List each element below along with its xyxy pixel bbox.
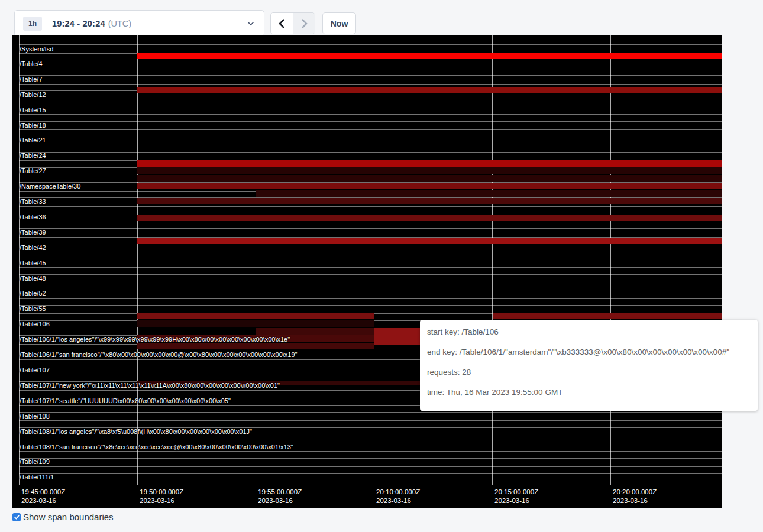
grid-line-h [19, 145, 722, 145]
tick-date: 2023-03-16 [376, 497, 420, 505]
grid-line-h [19, 305, 722, 306]
row-label: /Table/12 [20, 91, 46, 99]
grid-line-h [19, 267, 722, 268]
time-range-select[interactable]: 1h 19:24 - 20:24 (UTC) [14, 10, 264, 37]
grid-line-h [19, 121, 722, 122]
heat-cell[interactable] [256, 190, 722, 197]
row-label: /NamespaceTable/30 [20, 183, 80, 190]
now-button[interactable]: Now [322, 12, 356, 34]
row-label: /Table/52 [20, 290, 46, 297]
heat-cell[interactable] [137, 238, 722, 244]
grid-line-v [374, 35, 374, 485]
grid-line-h [19, 84, 722, 85]
heat-cell[interactable] [137, 343, 374, 349]
grid-line-h [19, 44, 722, 45]
row-label: /Table/7 [20, 76, 43, 83]
time-tick: 19:55:00.000Z2023-03-16 [258, 488, 302, 505]
time-nav-group [270, 12, 315, 34]
key-visualizer-canvas[interactable]: /System/tsd/Table/4/Table/7/Table/12/Tab… [12, 35, 722, 508]
grid-line-h [19, 482, 722, 482]
tick-time: 19:45:00.000Z [21, 488, 65, 497]
grid-line-h [19, 213, 722, 213]
grid-line-h [19, 38, 722, 38]
row-label: /Table/45 [20, 259, 46, 267]
row-label: /Table/107/1/"seattle"/"UUUUUUD\x00\x80\… [20, 397, 231, 405]
heat-cell[interactable] [137, 215, 722, 221]
grid-line-h [19, 75, 722, 76]
tick-time: 19:50:00.000Z [140, 488, 183, 497]
tick-time: 20:20:00.000Z [613, 488, 657, 497]
heat-cell[interactable] [137, 53, 722, 59]
prev-range-button[interactable] [271, 13, 293, 34]
grid-line-h [19, 473, 722, 474]
heat-cell[interactable] [137, 167, 722, 174]
grid-line-h [19, 129, 722, 130]
grid-line-h [19, 206, 722, 207]
heat-cell[interactable] [137, 198, 722, 204]
grid-line-h [19, 436, 722, 436]
time-tick: 20:10:00.000Z2023-03-16 [376, 488, 420, 505]
show-span-boundaries-checkbox[interactable] [12, 513, 21, 521]
row-label: /Table/15 [20, 106, 46, 114]
grid-line-h [19, 298, 722, 299]
heat-cell[interactable] [137, 160, 722, 167]
grid-line-h [19, 290, 722, 290]
check-icon [14, 514, 20, 520]
heat-cell[interactable] [137, 183, 722, 189]
tooltip-requests: requests: 28 [427, 362, 751, 382]
grid-line-h [19, 222, 722, 222]
tick-date: 2023-03-16 [613, 497, 657, 505]
grid-line-h [19, 412, 722, 413]
row-label: /Table/111/1 [20, 473, 54, 481]
grid-line-h [19, 244, 722, 244]
grid-line-v [137, 35, 138, 485]
row-label: /Table/108/1/"san francisco"/"\x8c\xcc\x… [20, 443, 293, 451]
row-label: /Table/4 [20, 60, 43, 68]
row-label: /Table/36 [20, 213, 46, 221]
grid-line-h [19, 99, 722, 99]
grid-line-h [19, 137, 722, 137]
show-span-boundaries-label: Show span boundaries [23, 512, 114, 522]
heat-cell[interactable] [256, 328, 374, 335]
heat-cell[interactable] [374, 328, 423, 345]
grid-line-h [19, 60, 722, 60]
heat-cell[interactable] [137, 313, 374, 319]
heat-cell[interactable] [137, 320, 374, 327]
time-tick: 19:50:00.000Z2023-03-16 [140, 488, 183, 505]
row-label: /Table/106/1/"los angeles"/"\x99\x99\x99… [20, 336, 290, 343]
chevron-down-icon [247, 21, 254, 26]
row-label: /Table/21 [20, 137, 46, 144]
time-tick: 20:15:00.000Z2023-03-16 [494, 488, 538, 505]
tick-date: 2023-03-16 [21, 497, 65, 505]
heat-cell[interactable] [137, 87, 722, 93]
row-label: /Table/107/1/"new york"/"\x11\x11\x11\x1… [20, 382, 280, 390]
tick-date: 2023-03-16 [258, 497, 302, 505]
row-label: /Table/55 [20, 305, 46, 313]
tick-time: 20:15:00.000Z [494, 488, 538, 497]
time-tick: 19:45:00.000Z2023-03-16 [21, 488, 65, 505]
row-label: /Table/27 [20, 167, 46, 175]
tooltip-time: time: Thu, 16 Mar 2023 19:55:00 GMT [427, 382, 751, 403]
row-label: /Table/108 [20, 413, 50, 420]
heat-cell[interactable] [493, 313, 722, 319]
grid-line-v [610, 35, 611, 485]
grid-line-h [19, 69, 722, 69]
tooltip-start-key: start key: /Table/106 [427, 322, 751, 342]
time-tick: 20:20:00.000Z2023-03-16 [613, 488, 657, 505]
row-label: /Table/48 [20, 275, 46, 283]
grid-line-h [19, 451, 722, 452]
heat-cell[interactable] [137, 175, 722, 182]
row-label: /Table/106 [20, 320, 50, 328]
row-label: /Table/33 [20, 198, 46, 206]
range-utc-suffix: (UTC) [108, 19, 131, 28]
grid-line-h [19, 106, 722, 106]
range-label: 19:24 - 20:24 [52, 19, 105, 28]
grid-line-h [19, 114, 722, 115]
row-label: /Table/39 [20, 229, 46, 236]
grid-line-v [256, 35, 256, 485]
next-range-button[interactable] [293, 13, 315, 34]
tick-date: 2023-03-16 [494, 497, 538, 505]
grid-line-h [19, 283, 722, 283]
grid-line-h [19, 466, 722, 467]
chevron-left-icon [277, 18, 287, 29]
